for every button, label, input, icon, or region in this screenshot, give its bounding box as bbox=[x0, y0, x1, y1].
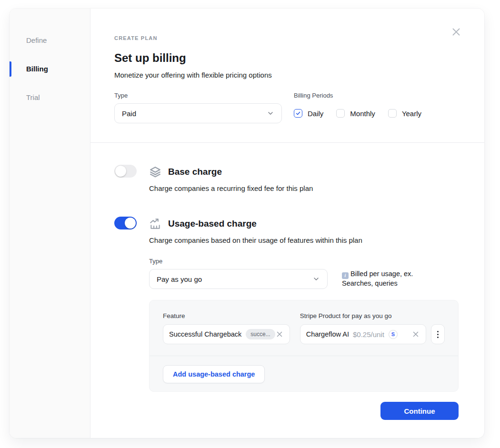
monthly-label: Monthly bbox=[350, 110, 375, 118]
plan-type-value: Paid bbox=[122, 110, 136, 118]
stripe-product-label: Stripe Product for pay as you go bbox=[300, 312, 426, 319]
yearly-label: Yearly bbox=[402, 110, 421, 118]
feature-column: Feature Successful Chargeback succe... bbox=[163, 312, 290, 344]
plan-type-select[interactable]: Paid bbox=[114, 103, 282, 123]
usage-charge-title: Usage-based charge bbox=[168, 219, 257, 229]
stripe-icon: S bbox=[389, 330, 398, 339]
base-charge-toggle[interactable] bbox=[114, 165, 137, 178]
sidebar-item-billing[interactable]: Billing bbox=[10, 60, 90, 78]
row-menu-kebab-icon[interactable] bbox=[431, 324, 445, 344]
base-charge-description: Charge companies a recurring fixed fee f… bbox=[149, 184, 313, 192]
sidebar-item-trial[interactable]: Trial bbox=[10, 89, 90, 106]
base-charge-title: Base charge bbox=[168, 167, 222, 177]
page-subtitle: Monetize your offering with flexible pri… bbox=[114, 71, 460, 79]
modal-eyebrow: CREATE PLAN bbox=[114, 35, 460, 41]
billing-periods-row: Daily Monthly Yearly bbox=[294, 103, 434, 123]
daily-label: Daily bbox=[308, 110, 323, 118]
chevron-down-icon bbox=[312, 275, 320, 283]
page-title: Set up billing bbox=[114, 51, 460, 65]
feature-label: Feature bbox=[163, 312, 290, 319]
remove-feature-icon[interactable] bbox=[275, 330, 284, 338]
checkbox-daily[interactable]: Daily bbox=[294, 109, 323, 118]
usage-type-value: Pay as you go bbox=[157, 275, 202, 283]
plan-type-group: Type Paid bbox=[114, 92, 282, 123]
usage-type-row: Type Pay as you go Billed per usage, ex.… bbox=[149, 258, 459, 289]
add-usage-charge-button[interactable]: Add usage-based charge bbox=[163, 365, 265, 383]
billing-periods-group: Billing Periods Daily Monthly bbox=[294, 92, 434, 123]
usage-charge-card: Feature Successful Chargeback succe... bbox=[149, 300, 459, 392]
layers-icon bbox=[149, 166, 161, 178]
usage-type-select[interactable]: Pay as you go bbox=[149, 269, 328, 289]
yearly-checkbox-box[interactable] bbox=[388, 109, 397, 118]
check-icon bbox=[295, 110, 301, 116]
usage-type-group: Type Pay as you go bbox=[149, 258, 328, 289]
stripe-product-price: $0.25/unit bbox=[353, 330, 384, 338]
checkbox-monthly[interactable]: Monthly bbox=[336, 109, 375, 118]
usage-charge-content: Usage-based charge Charge companies base… bbox=[149, 217, 459, 420]
feature-value: Successful Chargeback bbox=[169, 330, 241, 338]
monthly-checkbox-box[interactable] bbox=[336, 109, 345, 118]
checkbox-yearly[interactable]: Yearly bbox=[388, 109, 421, 118]
toggle-knob bbox=[115, 166, 126, 177]
usage-charge-row: Usage-based charge Charge companies base… bbox=[114, 217, 460, 420]
create-plan-modal: Define Billing Trial CREATE PLAN Set up … bbox=[10, 9, 484, 438]
billing-periods-label: Billing Periods bbox=[294, 92, 434, 99]
base-charge-row: Base charge Charge companies a recurring… bbox=[114, 165, 460, 192]
usage-hint-text: Billed per usage, ex. Searches, queries bbox=[342, 270, 413, 287]
usage-chart-icon bbox=[149, 218, 161, 230]
stripe-product-name: Chargeflow AI bbox=[306, 330, 349, 338]
usage-type-label: Type bbox=[149, 258, 328, 265]
plan-type-label: Type bbox=[114, 92, 282, 99]
toggle-knob bbox=[125, 218, 136, 229]
steps-sidebar: Define Billing Trial bbox=[10, 9, 90, 438]
chevron-down-icon bbox=[267, 110, 274, 117]
continue-button[interactable]: Continue bbox=[380, 402, 459, 420]
remove-product-icon[interactable] bbox=[411, 330, 420, 338]
modal-main: CREATE PLAN Set up billing Monetize your… bbox=[90, 9, 484, 438]
charges-section: Base charge Charge companies a recurring… bbox=[114, 143, 460, 420]
usage-charge-description: Charge companies based on their usage of… bbox=[149, 236, 459, 244]
stripe-product-field[interactable]: Chargeflow AI $0.25/unit S bbox=[300, 324, 426, 344]
info-emoji-icon bbox=[342, 272, 349, 279]
stripe-product-column: Stripe Product for pay as you go Chargef… bbox=[300, 312, 426, 344]
modal-footer: Continue bbox=[149, 402, 459, 420]
feature-field[interactable]: Successful Chargeback succe... bbox=[163, 324, 290, 344]
daily-checkbox-box[interactable] bbox=[294, 109, 302, 118]
sidebar-item-define[interactable]: Define bbox=[10, 32, 90, 49]
plan-options-row: Type Paid Billing Periods bbox=[114, 92, 460, 123]
usage-charge-toggle[interactable] bbox=[114, 217, 137, 229]
base-charge-content: Base charge Charge companies a recurring… bbox=[149, 165, 313, 192]
feature-badge: succe... bbox=[246, 329, 275, 339]
usage-hint: Billed per usage, ex. Searches, queries bbox=[342, 269, 435, 288]
close-icon[interactable] bbox=[450, 26, 462, 38]
